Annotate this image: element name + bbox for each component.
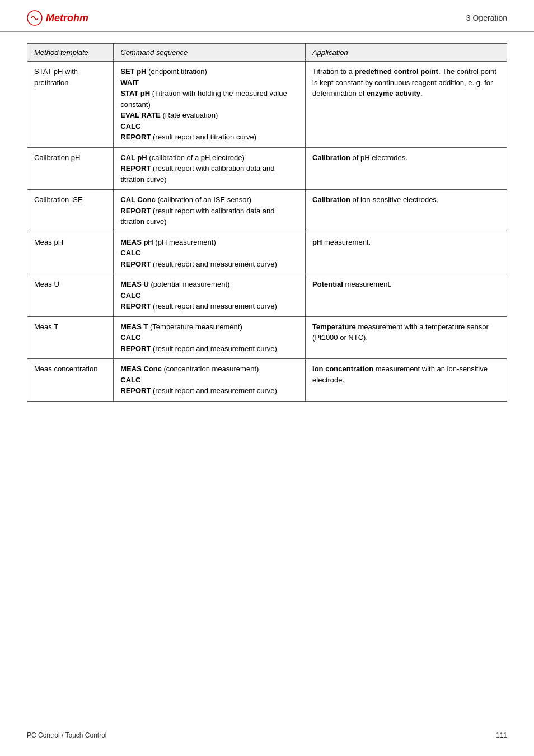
table-row: Meas UMEAS U (potential measurement)CALC… (27, 274, 507, 317)
cell-method: Meas U (27, 274, 114, 317)
table-row: Calibration pHCAL pH (calibration of a p… (27, 147, 507, 190)
cell-command: MEAS T (Temperature measurement)CALCREPO… (114, 316, 306, 359)
table-header-row: Method template Command sequence Applica… (27, 44, 507, 62)
page-header: Metrohm 3 Operation (0, 0, 534, 32)
cell-command: CAL Conc (calibration of an ISE sensor)R… (114, 190, 306, 232)
footer-left: PC Control / Touch Control (27, 731, 107, 739)
cell-application: Calibration of ion-sensitive electrodes. (306, 190, 507, 232)
main-content: Method template Command sequence Applica… (0, 32, 534, 435)
cell-application: Temperature measurement with a temperatu… (306, 316, 507, 359)
col-header-command: Command sequence (114, 44, 306, 62)
table-row: Calibration ISECAL Conc (calibration of … (27, 190, 507, 232)
cell-application: Ion concentration measurement with an io… (306, 359, 507, 402)
logo-area: Metrohm (27, 10, 88, 26)
method-table: Method template Command sequence Applica… (27, 43, 507, 402)
page-number: 111 (496, 731, 507, 739)
cell-method: Meas pH (27, 232, 114, 274)
table-row: Meas pHMEAS pH (pH measurement)CALCREPOR… (27, 232, 507, 274)
cell-method: Meas T (27, 316, 114, 359)
logo-text: Metrohm (46, 12, 88, 24)
cell-command: MEAS U (potential measurement)CALCREPORT… (114, 274, 306, 317)
cell-application: Calibration of pH electrodes. (306, 147, 507, 190)
cell-command: CAL pH (calibration of a pH electrode)RE… (114, 147, 306, 190)
cell-command: MEAS Conc (concentration measurement)CAL… (114, 359, 306, 402)
col-header-method: Method template (27, 44, 114, 62)
table-row: STAT pH with pretitrationSET pH (endpoin… (27, 62, 507, 148)
table-row: Meas TMEAS T (Temperature measurement)CA… (27, 316, 507, 359)
cell-method: Calibration pH (27, 147, 114, 190)
cell-command: SET pH (endpoint titration)WAITSTAT pH (… (114, 62, 306, 148)
cell-command: MEAS pH (pH measurement)CALCREPORT (resu… (114, 232, 306, 274)
section-title: 3 Operation (466, 13, 507, 22)
metrohm-logo-icon (27, 10, 43, 26)
cell-method: STAT pH with pretitration (27, 62, 114, 148)
cell-method: Calibration ISE (27, 190, 114, 232)
cell-application: Titration to a predefined control point.… (306, 62, 507, 148)
col-header-application: Application (306, 44, 507, 62)
cell-method: Meas concentration (27, 359, 114, 402)
page-footer: PC Control / Touch Control 111 (27, 731, 507, 739)
cell-application: pH measurement. (306, 232, 507, 274)
table-row: Meas concentrationMEAS Conc (concentrati… (27, 359, 507, 402)
cell-application: Potential measurement. (306, 274, 507, 317)
